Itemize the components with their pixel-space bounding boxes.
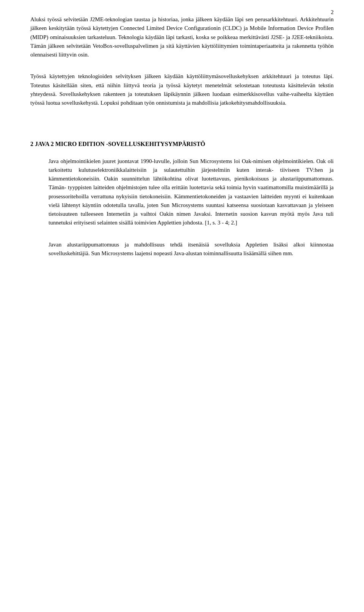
page: 2 Aluksi työssä selvitetään J2ME-teknolo… — [0, 0, 364, 612]
paragraph-2: Työssä käytettyjen teknologioiden selvit… — [30, 72, 334, 107]
spacer-1 — [30, 66, 334, 72]
highlight-information: Information — [268, 25, 295, 31]
paragraph-4: Java ohjelmointikielen juuret juontavat … — [49, 157, 334, 228]
content-section: Aluksi työssä selvitetään J2ME-teknologi… — [30, 15, 334, 258]
section-heading-2: 2 JAVA 2 MICRO EDITION -SOVELLUSKEHITYSY… — [30, 140, 334, 148]
spacer-3 — [30, 120, 334, 126]
spacer-4 — [49, 234, 334, 240]
spacer-2 — [30, 114, 334, 120]
page-number: 2 — [331, 9, 334, 16]
indented-content: Java ohjelmointikielen juuret juontavat … — [30, 157, 334, 258]
paragraph-1: Aluksi työssä selvitetään J2ME-teknologi… — [30, 15, 334, 59]
paragraph-5: Javan alustariippumattomuus ja mahdollis… — [49, 240, 334, 258]
